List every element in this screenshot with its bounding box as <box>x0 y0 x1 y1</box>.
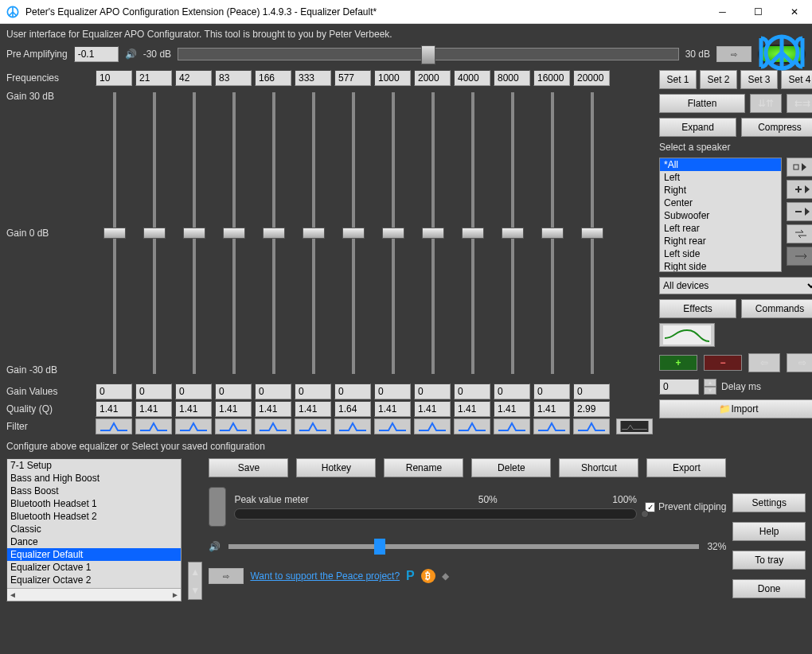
freq-input-2[interactable] <box>175 70 212 86</box>
config-item[interactable]: Bluetooth Headset 1 <box>7 497 181 510</box>
freq-input-5[interactable] <box>295 70 331 86</box>
filter-type-8[interactable] <box>414 418 451 434</box>
q-input-4[interactable] <box>255 401 291 417</box>
gain-slider-8[interactable] <box>414 86 452 380</box>
gain-input-7[interactable] <box>374 383 411 399</box>
gain-slider-10[interactable] <box>494 86 532 380</box>
filter-type-0[interactable] <box>96 418 132 434</box>
support-routing-icon[interactable]: ⇨ <box>209 568 244 584</box>
gain-input-1[interactable] <box>135 383 172 399</box>
filter-type-9[interactable] <box>454 418 490 434</box>
gain-input-9[interactable] <box>454 383 490 399</box>
q-input-9[interactable] <box>454 401 490 417</box>
config-item[interactable]: Equalizer Octave 2 <box>7 574 181 586</box>
settings-button[interactable]: Settings <box>732 493 806 512</box>
freq-input-9[interactable] <box>454 70 490 86</box>
gain-slider-7[interactable] <box>374 86 412 380</box>
q-input-6[interactable] <box>334 401 371 417</box>
flatten-button[interactable]: Flatten <box>659 94 745 113</box>
delete-button[interactable]: Delete <box>471 458 551 477</box>
q-input-10[interactable] <box>494 401 530 417</box>
q-input-11[interactable] <box>533 401 570 417</box>
q-input-7[interactable] <box>374 401 411 417</box>
speaker-item[interactable]: Right side <box>660 260 781 272</box>
preamp-input[interactable] <box>74 46 119 62</box>
config-item[interactable]: 7-1 Setup <box>7 459 181 472</box>
band-left-icon[interactable]: ⇦ <box>748 353 780 372</box>
delay-input[interactable] <box>659 379 699 395</box>
filter-type-4[interactable] <box>255 418 291 434</box>
filter-type-10[interactable] <box>494 418 530 434</box>
config-item[interactable]: Bass and High Boost <box>7 472 181 485</box>
speaker-swap-icon[interactable] <box>787 224 812 243</box>
save-button[interactable]: Save <box>209 458 288 477</box>
close-button[interactable]: ✕ <box>776 0 812 24</box>
gain-slider-9[interactable] <box>454 86 492 380</box>
speaker-item[interactable]: Right <box>660 184 781 197</box>
freq-input-12[interactable] <box>573 70 610 86</box>
gain-input-5[interactable] <box>295 383 331 399</box>
rename-button[interactable]: Rename <box>384 458 463 477</box>
gain-slider-1[interactable] <box>135 86 174 380</box>
eq-graph-mini[interactable] <box>616 418 653 434</box>
band-right-icon[interactable]: ⇨ <box>787 353 812 372</box>
compress-button[interactable]: Compress <box>741 118 812 137</box>
config-item[interactable]: Dance <box>7 535 181 548</box>
speaker-route-icon[interactable] <box>787 247 812 266</box>
config-move-buttons[interactable]: ▲▼ <box>188 562 202 600</box>
q-input-12[interactable] <box>573 401 610 417</box>
speaker-remove-icon[interactable] <box>787 202 812 221</box>
speaker-item[interactable]: Left <box>660 171 781 184</box>
filter-type-1[interactable] <box>135 418 172 434</box>
freq-input-4[interactable] <box>255 70 291 86</box>
speaker-item[interactable]: *All <box>660 158 781 171</box>
filter-type-3[interactable] <box>215 418 252 434</box>
freq-input-7[interactable] <box>374 70 411 86</box>
gain-input-11[interactable] <box>533 383 570 399</box>
gain-input-4[interactable] <box>255 383 291 399</box>
speaker-item[interactable]: Right rear <box>660 235 781 247</box>
freq-input-6[interactable] <box>334 70 371 86</box>
gain-slider-12[interactable] <box>573 86 611 380</box>
export-button[interactable]: Export <box>646 458 726 477</box>
freq-input-11[interactable] <box>533 70 570 86</box>
gain-input-8[interactable] <box>414 383 451 399</box>
gain-slider-11[interactable] <box>533 86 572 380</box>
freq-input-0[interactable] <box>96 70 132 86</box>
config-item[interactable]: Bluetooth Headset 2 <box>7 510 181 523</box>
import-button[interactable]: 📁 Import <box>659 399 812 418</box>
filter-type-2[interactable] <box>175 418 212 434</box>
delay-spinner[interactable]: ▲▼ <box>704 379 716 395</box>
done-button[interactable]: Done <box>732 579 806 598</box>
speaker-item[interactable]: Left side <box>660 247 781 260</box>
maximize-button[interactable]: ☐ <box>740 0 776 24</box>
filter-type-7[interactable] <box>374 418 411 434</box>
config-item[interactable]: Equalizer Octave 1 <box>7 561 181 574</box>
gain-slider-4[interactable] <box>255 86 293 380</box>
speaker-icon[interactable]: 🔊 <box>125 49 137 60</box>
ethereum-icon[interactable]: ◆ <box>442 570 449 582</box>
set2-button[interactable]: Set 2 <box>700 70 737 89</box>
speaker-add-icon[interactable] <box>787 180 812 199</box>
gain-slider-2[interactable] <box>175 86 213 380</box>
add-band-button[interactable]: + <box>659 355 697 371</box>
freq-input-8[interactable] <box>414 70 451 86</box>
freq-input-3[interactable] <box>215 70 252 86</box>
filter-type-12[interactable] <box>573 418 610 434</box>
freq-input-1[interactable] <box>135 70 172 86</box>
q-input-3[interactable] <box>215 401 252 417</box>
gain-input-0[interactable] <box>96 383 132 399</box>
speaker-solo-icon[interactable] <box>787 158 812 177</box>
gain-slider-0[interactable] <box>96 86 134 380</box>
filter-type-5[interactable] <box>295 418 331 434</box>
q-input-5[interactable] <box>295 401 331 417</box>
shortcut-button[interactable]: Shortcut <box>559 458 638 477</box>
set1-button[interactable]: Set 1 <box>659 70 697 89</box>
config-hscroll[interactable]: ◄► <box>7 588 181 601</box>
volume-slider[interactable] <box>228 544 699 549</box>
minimize-button[interactable]: ─ <box>705 0 740 24</box>
person-icon[interactable] <box>209 487 226 527</box>
speaker-item[interactable]: Left rear <box>660 222 781 235</box>
speaker-item[interactable]: Subwoofer <box>660 209 781 222</box>
effects-button[interactable]: Effects <box>659 299 736 318</box>
